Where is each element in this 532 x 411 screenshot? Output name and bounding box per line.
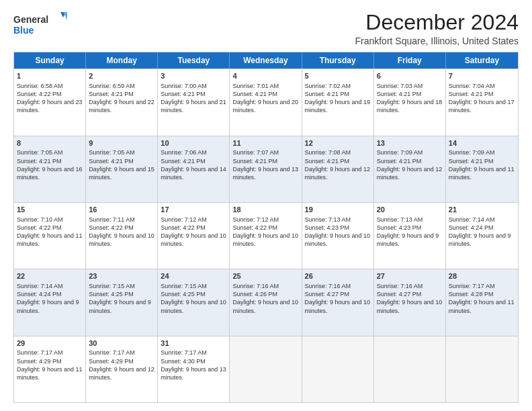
week-row-2: 8Sunrise: 7:05 AMSunset: 4:21 PMDaylight… [14, 136, 518, 202]
day-info: Daylight: 9 hours and 10 minutes. [89, 232, 154, 248]
day-cell-2: 2Sunrise: 6:59 AMSunset: 4:21 PMDaylight… [86, 69, 158, 135]
day-info: Daylight: 9 hours and 10 minutes. [161, 232, 226, 248]
day-number: 16 [89, 205, 154, 215]
day-number: 17 [161, 205, 226, 215]
day-info: Sunrise: 7:07 AM [232, 148, 298, 156]
day-cell-19: 19Sunrise: 7:13 AMSunset: 4:23 PMDayligh… [302, 203, 374, 269]
day-info: Daylight: 9 hours and 11 minutes. [449, 165, 515, 181]
day-number: 31 [161, 338, 226, 349]
day-info: Sunrise: 7:16 AM [377, 282, 443, 290]
day-info: Daylight: 9 hours and 22 minutes. [89, 98, 154, 114]
empty-cell [302, 336, 374, 402]
day-info: Daylight: 9 hours and 12 minutes. [377, 165, 443, 181]
day-info: Sunrise: 7:09 AM [449, 148, 515, 156]
day-info: Sunset: 4:21 PM [305, 157, 371, 165]
day-info: Daylight: 9 hours and 19 minutes. [305, 98, 371, 114]
header: General Blue December 2024 Frankfort Squ… [13, 11, 519, 46]
day-number: 18 [232, 205, 298, 215]
day-info: Sunset: 4:22 PM [161, 224, 226, 232]
main-title: December 2024 [355, 11, 519, 34]
day-info: Sunset: 4:29 PM [17, 357, 83, 365]
day-info: Sunrise: 7:17 AM [449, 282, 515, 290]
day-info: Sunrise: 7:17 AM [161, 349, 226, 357]
svg-text:Blue: Blue [13, 25, 34, 36]
day-info: Sunset: 4:24 PM [17, 290, 83, 298]
day-header-sunday: Sunday [14, 52, 86, 68]
day-info: Daylight: 9 hours and 12 minutes. [305, 165, 371, 181]
day-cell-22: 22Sunrise: 7:14 AMSunset: 4:24 PMDayligh… [14, 269, 86, 335]
day-info: Sunrise: 7:04 AM [449, 82, 515, 90]
day-info: Sunrise: 7:16 AM [305, 282, 371, 290]
day-number: 30 [89, 338, 154, 349]
day-number: 3 [161, 71, 226, 81]
day-info: Sunset: 4:21 PM [89, 90, 154, 98]
calendar-header: SundayMondayTuesdayWednesdayThursdayFrid… [14, 52, 518, 68]
day-info: Sunset: 4:21 PM [377, 157, 443, 165]
day-cell-14: 14Sunrise: 7:09 AMSunset: 4:21 PMDayligh… [446, 136, 518, 202]
day-info: Daylight: 9 hours and 13 minutes. [232, 165, 298, 181]
day-cell-6: 6Sunrise: 7:03 AMSunset: 4:21 PMDaylight… [374, 69, 446, 135]
day-info: Sunset: 4:30 PM [161, 357, 226, 365]
day-info: Daylight: 9 hours and 12 minutes. [89, 365, 154, 381]
day-number: 28 [449, 271, 515, 281]
day-info: Daylight: 9 hours and 10 minutes. [161, 298, 226, 314]
day-header-tuesday: Tuesday [158, 52, 230, 68]
day-info: Sunset: 4:27 PM [377, 290, 443, 298]
svg-text:General: General [13, 14, 48, 25]
day-number: 14 [449, 138, 515, 148]
day-info: Sunset: 4:26 PM [232, 290, 298, 298]
day-info: Sunrise: 7:01 AM [232, 82, 298, 90]
day-info: Sunrise: 7:05 AM [89, 148, 154, 156]
day-info: Daylight: 9 hours and 20 minutes. [232, 98, 298, 114]
day-info: Sunrise: 7:11 AM [89, 216, 154, 224]
day-info: Sunrise: 7:15 AM [89, 282, 154, 290]
day-info: Sunset: 4:22 PM [232, 224, 298, 232]
day-info: Daylight: 9 hours and 10 minutes. [305, 232, 371, 248]
day-cell-12: 12Sunrise: 7:08 AMSunset: 4:21 PMDayligh… [302, 136, 374, 202]
day-info: Sunset: 4:21 PM [449, 90, 515, 98]
day-number: 7 [449, 71, 515, 81]
day-info: Sunrise: 7:14 AM [17, 282, 83, 290]
day-info: Sunrise: 7:02 AM [305, 82, 371, 90]
day-info: Sunrise: 7:12 AM [161, 216, 226, 224]
day-info: Daylight: 9 hours and 10 minutes. [232, 232, 298, 248]
day-number: 21 [449, 205, 515, 215]
empty-cell [230, 336, 302, 402]
empty-cell [446, 336, 518, 402]
week-row-5: 29Sunrise: 7:17 AMSunset: 4:29 PMDayligh… [14, 336, 518, 402]
day-info: Sunset: 4:29 PM [89, 357, 154, 365]
logo-svg: General Blue [13, 11, 67, 38]
day-cell-23: 23Sunrise: 7:15 AMSunset: 4:25 PMDayligh… [86, 269, 158, 335]
day-number: 2 [89, 71, 154, 81]
day-info: Daylight: 9 hours and 13 minutes. [161, 365, 226, 381]
day-info: Sunset: 4:21 PM [161, 157, 226, 165]
day-cell-21: 21Sunrise: 7:14 AMSunset: 4:24 PMDayligh… [446, 203, 518, 269]
day-info: Sunrise: 7:06 AM [161, 148, 226, 156]
day-info: Sunset: 4:22 PM [89, 224, 154, 232]
day-cell-3: 3Sunrise: 7:00 AMSunset: 4:21 PMDaylight… [158, 69, 230, 135]
day-header-saturday: Saturday [446, 52, 518, 68]
day-info: Sunset: 4:22 PM [17, 224, 83, 232]
day-info: Daylight: 9 hours and 11 minutes. [449, 298, 515, 314]
day-info: Sunset: 4:23 PM [377, 224, 443, 232]
day-number: 1 [17, 71, 83, 81]
day-cell-5: 5Sunrise: 7:02 AMSunset: 4:21 PMDaylight… [302, 69, 374, 135]
day-cell-27: 27Sunrise: 7:16 AMSunset: 4:27 PMDayligh… [374, 269, 446, 335]
day-header-monday: Monday [86, 52, 158, 68]
day-info: Daylight: 9 hours and 10 minutes. [377, 298, 443, 314]
day-info: Daylight: 9 hours and 16 minutes. [17, 165, 83, 181]
day-info: Sunrise: 7:03 AM [377, 82, 443, 90]
day-info: Daylight: 9 hours and 10 minutes. [232, 298, 298, 314]
day-cell-11: 11Sunrise: 7:07 AMSunset: 4:21 PMDayligh… [230, 136, 302, 202]
day-info: Sunrise: 7:05 AM [17, 148, 83, 156]
day-info: Sunrise: 7:10 AM [17, 216, 83, 224]
day-cell-17: 17Sunrise: 7:12 AMSunset: 4:22 PMDayligh… [158, 203, 230, 269]
day-number: 11 [232, 138, 298, 148]
day-info: Sunset: 4:21 PM [17, 157, 83, 165]
logo: General Blue [13, 11, 67, 38]
empty-cell [374, 336, 446, 402]
day-cell-9: 9Sunrise: 7:05 AMSunset: 4:21 PMDaylight… [86, 136, 158, 202]
day-cell-31: 31Sunrise: 7:17 AMSunset: 4:30 PMDayligh… [158, 336, 230, 402]
day-cell-15: 15Sunrise: 7:10 AMSunset: 4:22 PMDayligh… [14, 203, 86, 269]
day-number: 9 [89, 138, 154, 148]
